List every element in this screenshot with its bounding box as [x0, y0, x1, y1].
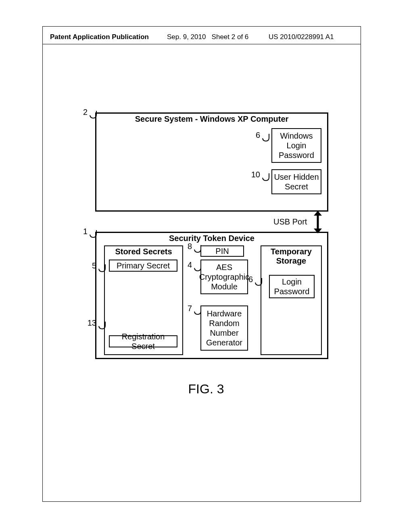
registration-secret-text: Registration Secret: [111, 332, 175, 351]
hook-icon: [254, 277, 263, 286]
header-date-sheet: Sep. 9, 2010 Sheet 2 of 6: [167, 33, 248, 41]
ref-hook-5: 5: [97, 264, 105, 271]
hrng-text: Hardware Random Number Generator: [206, 309, 242, 347]
ref-number: 13: [88, 318, 96, 328]
hook-icon: [261, 133, 270, 142]
pin-box: PIN: [200, 245, 244, 257]
temporary-storage-title: Temporary Storage: [261, 247, 321, 266]
stored-secrets-column: Stored Secrets Primary Secret Registrati…: [104, 245, 183, 355]
header-sheet: Sheet 2 of 6: [212, 33, 249, 41]
stored-secrets-title: Stored Secrets: [105, 247, 182, 256]
double-arrow-icon: [312, 211, 324, 233]
header-rule: [43, 44, 361, 44]
usb-connector: USB Port: [273, 214, 330, 232]
ref-number: 10: [251, 170, 260, 179]
secure-system-title: Secure System - Windows XP Computer: [96, 114, 327, 124]
ref-hook-6: 6: [261, 133, 269, 140]
hook-icon: [261, 172, 270, 181]
ref-number: 6: [256, 131, 260, 140]
login-password-text: Login Password: [274, 277, 310, 296]
usb-port-label: USB Port: [273, 217, 307, 227]
ref-number: 6: [248, 275, 253, 284]
security-token-title: Security Token Device: [96, 234, 327, 243]
secure-system-box: Secure System - Windows XP Computer 6 Wi…: [95, 112, 328, 212]
security-token-box: Security Token Device Stored Secrets Pri…: [95, 232, 328, 359]
pin-text: PIN: [215, 246, 229, 256]
ref-number: 2: [83, 108, 88, 117]
ref-number: 1: [83, 227, 88, 236]
ref-hook-6b: 6: [254, 277, 262, 285]
hrng-box: Hardware Random Number Generator: [200, 305, 248, 351]
user-hidden-secret-text: User Hidden Secret: [274, 172, 319, 191]
header-pub-number: US 2010/0228991 A1: [269, 33, 334, 41]
aes-module-text: AES Cryptographic Module: [199, 262, 250, 291]
hook-icon: [97, 321, 106, 330]
user-hidden-secret-box: User Hidden Secret: [271, 169, 321, 194]
windows-login-password-box: Windows Login Password: [271, 128, 321, 163]
ref-number: 4: [188, 260, 192, 270]
windows-login-password-text: Windows Login Password: [279, 131, 314, 160]
header-publication: Patent Application Publication: [50, 33, 149, 41]
ref-hook-13: 13: [97, 321, 105, 328]
hook-icon: [97, 264, 106, 272]
ref-hook-8: 8: [193, 244, 201, 251]
ref-hook-10: 10: [261, 172, 269, 180]
figure-label: FIG. 3: [73, 382, 339, 397]
primary-secret-text: Primary Secret: [117, 261, 170, 270]
ref-hook-7: 7: [193, 306, 201, 314]
svg-marker-1: [314, 211, 322, 216]
page-frame: Patent Application Publication Sep. 9, 2…: [42, 26, 361, 502]
header-date: Sep. 9, 2010: [167, 33, 206, 41]
registration-secret-box: Registration Secret: [109, 335, 177, 347]
ref-number: 5: [92, 261, 96, 270]
primary-secret-box: Primary Secret: [109, 260, 177, 272]
aes-module-box: AES Cryptographic Module: [200, 260, 248, 294]
temporary-storage-column: Temporary Storage Login Password: [261, 245, 322, 355]
ref-number: 8: [188, 242, 192, 251]
ref-number: 7: [188, 304, 192, 313]
login-password-box: Login Password: [269, 275, 315, 298]
